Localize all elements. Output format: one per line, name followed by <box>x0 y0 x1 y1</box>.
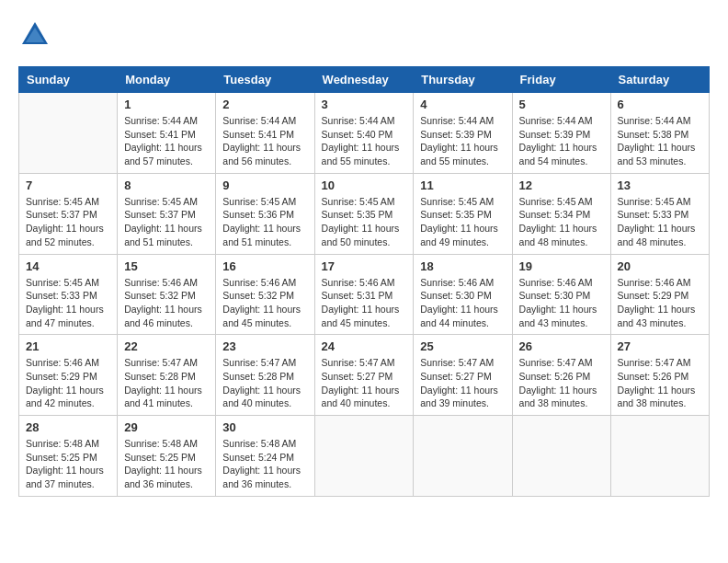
day-info: Sunrise: 5:45 AMSunset: 5:35 PMDaylight:… <box>322 195 407 249</box>
day-info: Sunrise: 5:45 AMSunset: 5:35 PMDaylight:… <box>420 195 505 249</box>
day-number: 19 <box>519 259 604 273</box>
day-info: Sunrise: 5:46 AMSunset: 5:30 PMDaylight:… <box>420 276 505 330</box>
calendar-week-3: 14Sunrise: 5:45 AMSunset: 5:33 PMDayligh… <box>19 254 710 335</box>
calendar-cell <box>414 416 512 497</box>
day-info: Sunrise: 5:44 AMSunset: 5:39 PMDaylight:… <box>420 114 505 168</box>
calendar-cell: 27Sunrise: 5:47 AMSunset: 5:26 PMDayligh… <box>610 335 709 416</box>
day-info: Sunrise: 5:44 AMSunset: 5:39 PMDaylight:… <box>519 114 604 168</box>
day-number: 26 <box>519 339 604 353</box>
logo-icon <box>18 18 51 52</box>
header-tuesday: Tuesday <box>216 67 314 93</box>
calendar-cell: 4Sunrise: 5:44 AMSunset: 5:39 PMDaylight… <box>414 93 512 174</box>
calendar-cell: 25Sunrise: 5:47 AMSunset: 5:27 PMDayligh… <box>414 335 512 416</box>
day-number: 27 <box>618 339 702 353</box>
day-info: Sunrise: 5:46 AMSunset: 5:29 PMDaylight:… <box>618 276 702 330</box>
header-saturday: Saturday <box>610 67 709 93</box>
calendar-cell: 1Sunrise: 5:44 AMSunset: 5:41 PMDaylight… <box>118 93 216 174</box>
day-number: 30 <box>222 420 307 434</box>
day-number: 12 <box>519 178 604 192</box>
calendar-cell: 22Sunrise: 5:47 AMSunset: 5:28 PMDayligh… <box>118 335 216 416</box>
day-info: Sunrise: 5:47 AMSunset: 5:28 PMDaylight:… <box>124 356 209 410</box>
calendar-cell: 8Sunrise: 5:45 AMSunset: 5:37 PMDaylight… <box>118 173 216 254</box>
calendar-cell: 5Sunrise: 5:44 AMSunset: 5:39 PMDaylight… <box>512 93 610 174</box>
calendar-cell: 16Sunrise: 5:46 AMSunset: 5:32 PMDayligh… <box>216 254 314 335</box>
day-number: 21 <box>26 339 110 353</box>
calendar-cell <box>610 416 709 497</box>
calendar-cell: 7Sunrise: 5:45 AMSunset: 5:37 PMDaylight… <box>19 173 118 254</box>
day-number: 22 <box>124 339 209 353</box>
calendar-cell <box>314 416 414 497</box>
header-thursday: Thursday <box>414 67 512 93</box>
calendar-header-row: SundayMondayTuesdayWednesdayThursdayFrid… <box>19 67 710 93</box>
day-info: Sunrise: 5:45 AMSunset: 5:36 PMDaylight:… <box>222 195 307 249</box>
day-info: Sunrise: 5:44 AMSunset: 5:40 PMDaylight:… <box>322 114 407 168</box>
day-info: Sunrise: 5:48 AMSunset: 5:25 PMDaylight:… <box>26 437 110 491</box>
day-number: 15 <box>124 259 209 273</box>
calendar-cell: 19Sunrise: 5:46 AMSunset: 5:30 PMDayligh… <box>512 254 610 335</box>
day-info: Sunrise: 5:45 AMSunset: 5:37 PMDaylight:… <box>26 195 110 249</box>
calendar-cell: 11Sunrise: 5:45 AMSunset: 5:35 PMDayligh… <box>414 173 512 254</box>
day-info: Sunrise: 5:47 AMSunset: 5:27 PMDaylight:… <box>322 356 407 410</box>
calendar-cell: 12Sunrise: 5:45 AMSunset: 5:34 PMDayligh… <box>512 173 610 254</box>
day-number: 6 <box>618 98 702 111</box>
calendar-cell: 26Sunrise: 5:47 AMSunset: 5:26 PMDayligh… <box>512 335 610 416</box>
day-number: 2 <box>222 98 307 111</box>
page-header <box>18 18 710 52</box>
calendar-cell <box>19 93 118 174</box>
day-info: Sunrise: 5:46 AMSunset: 5:32 PMDaylight:… <box>222 276 307 330</box>
day-info: Sunrise: 5:44 AMSunset: 5:41 PMDaylight:… <box>222 114 307 168</box>
day-info: Sunrise: 5:46 AMSunset: 5:31 PMDaylight:… <box>322 276 407 330</box>
day-info: Sunrise: 5:46 AMSunset: 5:30 PMDaylight:… <box>519 276 604 330</box>
calendar-table: SundayMondayTuesdayWednesdayThursdayFrid… <box>18 66 710 497</box>
day-number: 9 <box>222 178 307 192</box>
day-info: Sunrise: 5:44 AMSunset: 5:38 PMDaylight:… <box>618 114 702 168</box>
calendar-cell: 13Sunrise: 5:45 AMSunset: 5:33 PMDayligh… <box>610 173 709 254</box>
calendar-cell: 18Sunrise: 5:46 AMSunset: 5:30 PMDayligh… <box>414 254 512 335</box>
day-number: 8 <box>124 178 209 192</box>
calendar-cell: 14Sunrise: 5:45 AMSunset: 5:33 PMDayligh… <box>19 254 118 335</box>
day-info: Sunrise: 5:45 AMSunset: 5:33 PMDaylight:… <box>26 276 110 330</box>
calendar-week-2: 7Sunrise: 5:45 AMSunset: 5:37 PMDaylight… <box>19 173 710 254</box>
day-number: 24 <box>322 339 407 353</box>
day-info: Sunrise: 5:46 AMSunset: 5:29 PMDaylight:… <box>26 356 110 410</box>
calendar-week-4: 21Sunrise: 5:46 AMSunset: 5:29 PMDayligh… <box>19 335 710 416</box>
day-number: 4 <box>420 98 505 111</box>
day-number: 3 <box>322 98 407 111</box>
logo <box>18 18 57 52</box>
calendar-cell: 30Sunrise: 5:48 AMSunset: 5:24 PMDayligh… <box>216 416 314 497</box>
calendar-cell: 21Sunrise: 5:46 AMSunset: 5:29 PMDayligh… <box>19 335 118 416</box>
day-number: 29 <box>124 420 209 434</box>
day-number: 5 <box>519 98 604 111</box>
day-info: Sunrise: 5:44 AMSunset: 5:41 PMDaylight:… <box>124 114 209 168</box>
calendar-cell: 23Sunrise: 5:47 AMSunset: 5:28 PMDayligh… <box>216 335 314 416</box>
day-number: 17 <box>322 259 407 273</box>
day-number: 28 <box>26 420 110 434</box>
calendar-cell: 3Sunrise: 5:44 AMSunset: 5:40 PMDaylight… <box>314 93 414 174</box>
calendar-cell: 10Sunrise: 5:45 AMSunset: 5:35 PMDayligh… <box>314 173 414 254</box>
calendar-cell: 28Sunrise: 5:48 AMSunset: 5:25 PMDayligh… <box>19 416 118 497</box>
calendar-week-1: 1Sunrise: 5:44 AMSunset: 5:41 PMDaylight… <box>19 93 710 174</box>
day-info: Sunrise: 5:45 AMSunset: 5:34 PMDaylight:… <box>519 195 604 249</box>
day-number: 18 <box>420 259 505 273</box>
calendar-cell: 9Sunrise: 5:45 AMSunset: 5:36 PMDaylight… <box>216 173 314 254</box>
day-info: Sunrise: 5:47 AMSunset: 5:28 PMDaylight:… <box>222 356 307 410</box>
header-monday: Monday <box>118 67 216 93</box>
day-info: Sunrise: 5:45 AMSunset: 5:37 PMDaylight:… <box>124 195 209 249</box>
calendar-cell: 2Sunrise: 5:44 AMSunset: 5:41 PMDaylight… <box>216 93 314 174</box>
calendar-cell: 29Sunrise: 5:48 AMSunset: 5:25 PMDayligh… <box>118 416 216 497</box>
calendar-cell: 15Sunrise: 5:46 AMSunset: 5:32 PMDayligh… <box>118 254 216 335</box>
day-number: 10 <box>322 178 407 192</box>
day-info: Sunrise: 5:45 AMSunset: 5:33 PMDaylight:… <box>618 195 702 249</box>
day-number: 11 <box>420 178 505 192</box>
day-number: 1 <box>124 98 209 111</box>
day-info: Sunrise: 5:47 AMSunset: 5:26 PMDaylight:… <box>519 356 604 410</box>
day-info: Sunrise: 5:46 AMSunset: 5:32 PMDaylight:… <box>124 276 209 330</box>
day-number: 7 <box>26 178 110 192</box>
day-info: Sunrise: 5:48 AMSunset: 5:25 PMDaylight:… <box>124 437 209 491</box>
header-sunday: Sunday <box>19 67 118 93</box>
day-info: Sunrise: 5:48 AMSunset: 5:24 PMDaylight:… <box>222 437 307 491</box>
calendar-week-5: 28Sunrise: 5:48 AMSunset: 5:25 PMDayligh… <box>19 416 710 497</box>
calendar-cell: 20Sunrise: 5:46 AMSunset: 5:29 PMDayligh… <box>610 254 709 335</box>
calendar-cell: 6Sunrise: 5:44 AMSunset: 5:38 PMDaylight… <box>610 93 709 174</box>
calendar-cell: 17Sunrise: 5:46 AMSunset: 5:31 PMDayligh… <box>314 254 414 335</box>
